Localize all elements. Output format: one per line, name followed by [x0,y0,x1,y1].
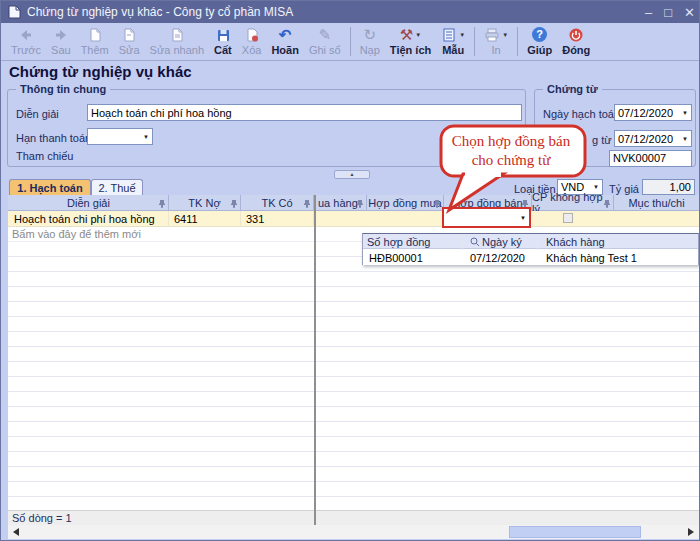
arrow-right-icon [53,26,69,43]
exchange-rate-value: 1,00 [642,179,695,195]
chevron-down-icon: ▼ [682,110,688,116]
column-muc-thu-chi[interactable]: Mục thu/chi [614,195,699,211]
app-icon [8,5,21,19]
undo-button[interactable]: ↶ Hoãn [266,23,304,60]
chevron-down-icon: ▼ [143,134,149,140]
pencil-icon: ✎ [318,26,331,43]
horizontal-scrollbar[interactable] [8,525,699,539]
undo-icon: ↶ [279,26,292,43]
window-title: Chứng từ nghiệp vụ khác - Công ty cổ phầ… [27,5,293,19]
document-quick-edit-icon [169,26,185,43]
tab-thue[interactable]: 2. Thuế [91,179,143,196]
pin-icon[interactable] [158,198,166,210]
popup-header: Số hợp đồng Ngày ký Khách hàng [363,234,698,249]
column-hop-dong-mua[interactable]: Hợp đồng mua [367,195,444,211]
dropdown-caret-icon: ▼ [502,32,508,38]
popup-cell-khach-hang[interactable]: Khách hàng Test 1 [546,250,696,265]
callout-text-line1: Chọn hợp đồng bán [439,133,583,150]
printer-icon [484,26,500,43]
status-row-count: Số dòng = 1 [8,510,699,525]
app-window: Chứng từ nghiệp vụ khác - Công ty cổ phầ… [0,0,700,541]
popup-column-ngay-ky[interactable]: Ngày ký [470,234,536,249]
column-tk-no[interactable]: TK Nợ [169,195,241,211]
document-edit-icon [121,26,137,43]
power-close-icon [568,26,584,43]
description-label: Diễn giải [16,108,59,120]
maximize-button[interactable]: □ [664,5,672,20]
grid-splitter[interactable] [314,195,316,525]
refresh-icon: ↻ [363,26,376,43]
column-dien-giai[interactable]: Diễn giải [9,195,169,211]
arrow-left-icon [18,26,34,43]
contract-dropdown-popup: Số hợp đồng Ngày ký Khách hàng HĐB00001 … [362,233,699,265]
pin-icon[interactable] [303,198,311,210]
dropdown-caret-icon: ▼ [415,32,421,38]
save-button[interactable]: Cất [209,23,237,60]
print-button[interactable]: ▼ In [479,23,513,60]
document-number-input[interactable]: NVK00007 [609,150,692,167]
toolbar-separator [517,27,518,56]
general-info-legend: Thông tin chung [16,83,110,95]
document-date-label: g từ [592,134,612,146]
posting-date-select[interactable]: 07/12/2020▼ [614,104,692,121]
help-icon: ? [532,26,547,43]
exchange-rate-label: Tỷ giá [609,183,639,195]
utilities-button[interactable]: ⚒▼ Tiện ích [385,23,436,60]
collapse-panel-button[interactable]: ▲ [334,170,370,179]
page-title: Chứng từ nghiệp vụ khác [9,63,192,80]
toolbar: Trước Sau Thêm Sửa Sửa nhanh Cất Xóa ↶ H [1,23,700,61]
payment-term-label: Hạn thanh toán [16,132,91,144]
popup-column-khach-hang[interactable]: Khách hàng [546,234,696,249]
template-icon [441,26,457,43]
minimize-button[interactable]: – [645,5,652,20]
callout-text-line2: cho chứng từ [439,152,583,169]
quick-edit-button[interactable]: Sửa nhanh [145,23,209,60]
table-row[interactable]: Hoạch toán chi phí hoa hồng 6411 331 [8,211,699,227]
delete-button[interactable]: Xóa [237,23,267,60]
reload-button[interactable]: ↻ Nạp [355,23,385,60]
dropdown-caret-icon: ▼ [459,32,465,38]
post-button[interactable]: ✎ Ghi sổ [304,23,346,60]
save-floppy-icon [215,26,231,43]
description-input[interactable] [87,104,522,121]
scroll-right-icon[interactable] [688,528,694,536]
document-legend: Chứng từ [543,83,602,95]
back-button[interactable]: Trước [6,23,46,60]
forward-button[interactable]: Sau [46,23,76,60]
toolbar-separator [350,27,351,56]
template-button[interactable]: ▼ Mẫu [436,23,470,60]
cell-tk-no[interactable]: 6411 [169,211,241,227]
cell-dien-giai[interactable]: Hoạch toán chi phí hoa hồng [9,211,169,227]
edit-button[interactable]: Sửa [114,23,145,60]
add-button[interactable]: Thêm [76,23,114,60]
close-button[interactable]: ✕ [684,5,695,20]
help-button[interactable]: ? Giúp [522,23,557,60]
popup-column-so-hop-dong[interactable]: Số hợp đồng [367,234,462,249]
close-window-button[interactable]: Đóng [557,23,595,60]
pin-icon[interactable] [230,198,238,210]
search-icon [470,237,480,247]
callout-balloon: Chọn hợp đồng bán cho chứng từ [439,124,589,216]
chevron-down-icon: ▼ [682,136,688,142]
toolbar-separator [474,27,475,56]
reference-label: Tham chiếu [16,150,73,162]
scrollbar-thumb[interactable] [509,526,641,538]
popup-cell-ngay-ky[interactable]: 07/12/2020 [463,250,525,265]
pin-icon[interactable] [356,198,364,210]
popup-row[interactable]: HĐB00001 07/12/2020 Khách hàng Test 1 [363,250,698,265]
document-delete-icon [244,26,260,43]
popup-cell-so-hop-dong[interactable]: HĐB00001 [369,250,459,265]
scroll-left-icon[interactable] [13,528,19,536]
pin-icon[interactable] [603,198,611,210]
document-new-icon [87,26,103,43]
titlebar: Chứng từ nghiệp vụ khác - Công ty cổ phầ… [1,1,700,23]
column-tk-co[interactable]: TK Có [241,195,314,211]
grid-header: Diễn giải TK Nợ TK Có ua hàng Hợp đồng m… [8,195,699,211]
document-date-select[interactable]: 07/12/2020▼ [614,130,692,147]
cell-tk-co[interactable]: 331 [241,211,314,227]
column-mua-hang[interactable]: ua hàng [316,195,367,211]
tab-hach-toan[interactable]: 1. Hạch toán [9,179,91,196]
tools-icon: ⚒ [400,26,413,43]
payment-term-select[interactable]: ▼ [87,128,153,145]
posting-date-label: Ngày hạch toán [543,108,620,120]
